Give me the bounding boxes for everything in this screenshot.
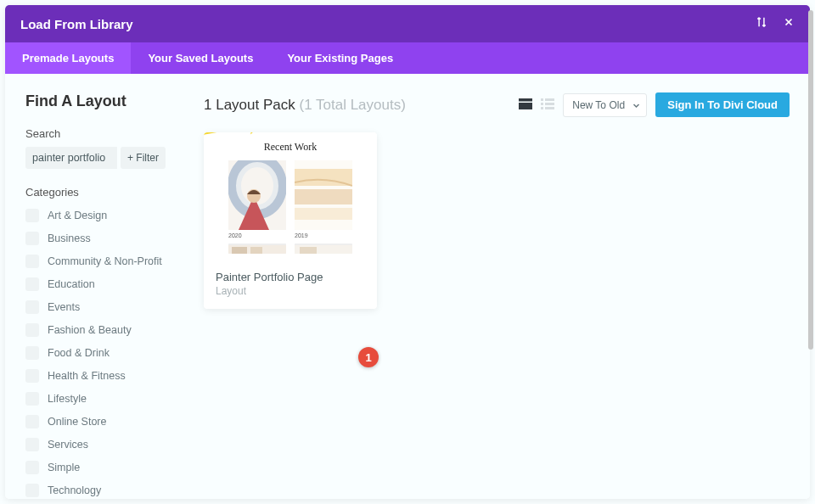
sort-select[interactable]: New To Old [563, 93, 647, 117]
category-checkbox[interactable] [25, 392, 39, 406]
categories-section: Categories Art & DesignBusinessCommunity… [25, 186, 183, 497]
signin-button[interactable]: Sign In To Divi Cloud [655, 92, 790, 117]
library-modal: Load From Library Premade Layouts Your S… [5, 5, 810, 499]
category-checkbox[interactable] [25, 438, 39, 451]
svg-rect-3 [545, 98, 554, 101]
view-toggle [519, 98, 554, 113]
category-label: Services [48, 439, 88, 451]
main-panel: 1 Layout Pack (1 Total Layouts) [183, 74, 810, 499]
svg-rect-4 [541, 103, 543, 105]
results-title: 1 Layout Pack (1 Total Layouts) [204, 97, 406, 114]
category-item[interactable]: Education [25, 277, 183, 291]
category-item[interactable]: Services [25, 438, 183, 451]
category-label: Education [48, 278, 95, 290]
category-checkbox[interactable] [25, 323, 39, 337]
category-item[interactable]: Business [25, 232, 183, 245]
layout-thumbnail: Recent Work 2020 2019 [204, 132, 377, 262]
category-label: Lifestyle [48, 393, 87, 405]
layout-card[interactable]: Recent Work 2020 2019 [204, 132, 377, 309]
category-item[interactable]: Lifestyle [25, 392, 183, 406]
category-label: Community & Non-Profit [48, 255, 162, 267]
close-icon[interactable] [783, 16, 795, 31]
category-label: Simple [48, 462, 80, 473]
category-checkbox[interactable] [25, 209, 39, 222]
category-checkbox[interactable] [25, 346, 39, 360]
category-item[interactable]: Art & Design [25, 209, 183, 222]
category-item[interactable]: Simple [25, 461, 183, 474]
category-item[interactable]: Food & Drink [25, 346, 183, 360]
modal-body: Find A Layout Search + Filter Categories… [5, 74, 810, 499]
category-label: Events [48, 301, 80, 313]
callout-badge: 1 [358, 347, 379, 367]
scrollbar-thumb[interactable] [808, 10, 813, 350]
category-label: Fashion & Beauty [48, 324, 132, 336]
category-item[interactable]: Events [25, 300, 183, 314]
category-item[interactable]: Fashion & Beauty [25, 323, 183, 337]
svg-rect-2 [541, 98, 543, 101]
tab-saved-layouts[interactable]: Your Saved Layouts [131, 42, 270, 74]
results-subcount: (1 Total Layouts) [299, 97, 405, 113]
category-item[interactable]: Community & Non-Profit [25, 255, 183, 268]
tab-existing-pages[interactable]: Your Existing Pages [270, 42, 410, 74]
category-label: Technology [48, 484, 101, 496]
filter-button[interactable]: + Filter [121, 147, 166, 169]
results-count: 1 Layout Pack [204, 97, 295, 113]
header-actions [756, 16, 795, 31]
category-checkbox[interactable] [25, 300, 39, 314]
svg-rect-7 [545, 107, 554, 109]
svg-rect-6 [541, 107, 543, 109]
category-checkbox[interactable] [25, 484, 39, 497]
grid-view-icon[interactable] [519, 98, 532, 113]
svg-rect-14 [295, 189, 352, 204]
svg-rect-0 [519, 98, 532, 102]
category-checkbox[interactable] [25, 415, 39, 428]
tab-premade-layouts[interactable]: Premade Layouts [5, 42, 131, 74]
modal-header: Load From Library [5, 5, 810, 42]
category-checkbox[interactable] [25, 369, 39, 383]
sidebar-title: Find A Layout [25, 92, 183, 110]
search-row: + Filter [25, 147, 183, 169]
category-label: Business [48, 232, 91, 244]
svg-rect-5 [545, 103, 554, 105]
category-checkbox[interactable] [25, 277, 39, 291]
search-label: Search [25, 127, 183, 140]
main-header-row: 1 Layout Pack (1 Total Layouts) [204, 92, 790, 117]
category-label: Health & Fitness [48, 370, 126, 382]
search-input[interactable] [25, 147, 117, 169]
thumb-year-1: 2020 [228, 232, 286, 238]
list-view-icon[interactable] [541, 98, 554, 113]
svg-rect-1 [519, 103, 532, 109]
svg-rect-15 [295, 208, 352, 220]
svg-rect-20 [300, 247, 317, 254]
category-label: Food & Drink [48, 347, 110, 359]
category-checkbox[interactable] [25, 461, 39, 474]
category-checkbox[interactable] [25, 232, 39, 245]
category-item[interactable]: Technology [25, 484, 183, 497]
sidebar: Find A Layout Search + Filter Categories… [5, 74, 183, 499]
svg-rect-17 [232, 247, 247, 254]
category-label: Online Store [48, 416, 106, 428]
category-label: Art & Design [48, 210, 107, 221]
category-item[interactable]: Online Store [25, 415, 183, 428]
sort-icon[interactable] [756, 16, 767, 31]
modal-title: Load From Library [20, 17, 133, 31]
tabs-bar: Premade Layouts Your Saved Layouts Your … [5, 42, 810, 74]
sort-dropdown[interactable]: New To Old [563, 93, 647, 117]
svg-rect-18 [250, 247, 262, 254]
card-title: Painter Portfolio Page [204, 262, 377, 285]
scrollbar[interactable] [808, 5, 813, 499]
categories-label: Categories [25, 186, 183, 199]
thumb-year-2: 2019 [295, 232, 352, 238]
category-item[interactable]: Health & Fitness [25, 369, 183, 383]
category-checkbox[interactable] [25, 255, 39, 268]
main-controls: New To Old Sign In To Divi Cloud [519, 92, 790, 117]
card-subtitle: Layout [204, 285, 377, 297]
